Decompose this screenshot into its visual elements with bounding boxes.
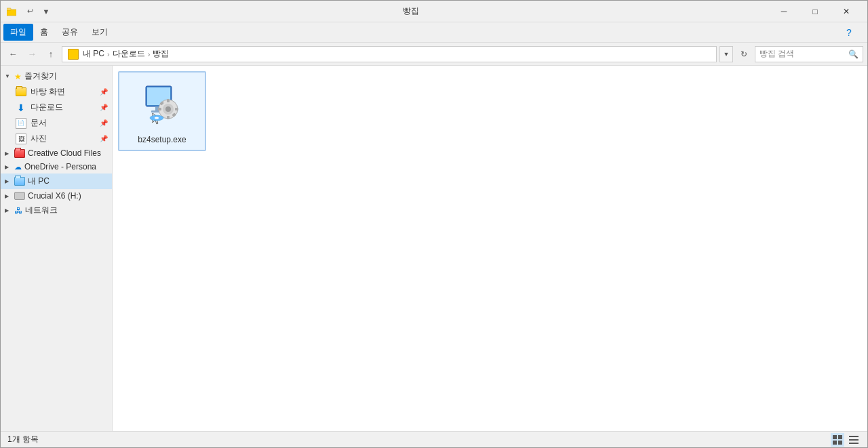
- downloads-label: 다운로드: [31, 102, 63, 113]
- sidebar-section-creativecloud[interactable]: ▶ Creative Cloud Files: [1, 146, 112, 160]
- svg-rect-1: [7, 8, 11, 10]
- svg-rect-23: [849, 439, 859, 441]
- addressbar: ← → ↑ 내 PC › 다운로드 › 빵집 ▼ ↻ 빵집 검색 🔍: [1, 43, 867, 66]
- search-box[interactable]: 빵집 검색 🔍: [755, 46, 863, 62]
- refresh-button[interactable]: ↻: [736, 46, 752, 62]
- window-controls: ─ □ ✕: [768, 1, 862, 22]
- help-button[interactable]: ?: [833, 22, 865, 43]
- quick-access-toolbar: ↩ ▼: [22, 4, 54, 19]
- breadcrumb-sep-2: ›: [148, 50, 151, 58]
- search-label: 빵집 검색: [760, 48, 794, 60]
- view-grid-button[interactable]: [831, 433, 844, 447]
- mypc-chevron: ▶: [5, 178, 12, 184]
- svg-rect-12: [175, 108, 178, 110]
- network-chevron: ▶: [5, 207, 12, 213]
- star-icon: ★: [14, 72, 22, 81]
- onedrive-icon: ☁: [14, 163, 22, 171]
- sidebar-section-onedrive[interactable]: ▶ ☁ OneDrive - Persona: [1, 160, 112, 174]
- menu-file[interactable]: 파일: [3, 24, 33, 41]
- explorer-window: ↩ ▼ 빵집 ─ □ ✕ 파일 홈 공유 보기 ? ← → ↑ 내 PC › 다…: [0, 0, 868, 448]
- sidebar-section-crucial[interactable]: ▶ Crucial X6 (H:): [1, 189, 112, 203]
- maximize-button[interactable]: □: [800, 1, 831, 22]
- creativecloud-label: Creative Cloud Files: [28, 148, 101, 158]
- downloads-icon: ⬇: [16, 102, 26, 113]
- file-icon-bz4setup: [135, 78, 189, 132]
- pin-icon-pictures: 📌: [100, 135, 108, 142]
- hdd-icon: [14, 192, 25, 200]
- sidebar-item-pictures[interactable]: 🖼 사진 📌: [1, 131, 112, 146]
- svg-rect-9: [167, 99, 170, 102]
- address-path[interactable]: 내 PC › 다운로드 › 빵집: [62, 46, 717, 62]
- search-icon: 🔍: [848, 49, 859, 59]
- documents-label: 문서: [31, 117, 47, 129]
- svg-rect-11: [158, 108, 161, 110]
- sidebar-item-desktop[interactable]: 바탕 화면 📌: [1, 84, 112, 100]
- mypc-folder-icon: [14, 177, 25, 186]
- main-layout: ▼ ★ 즐겨찾기 바탕 화면 📌 ⬇ 다운로드 📌 📄 문서 📌 🖼: [1, 66, 867, 431]
- file-grid: bz4setup.exe: [118, 71, 862, 151]
- menu-view[interactable]: 보기: [85, 24, 115, 41]
- pin-icon-desktop: 📌: [100, 88, 108, 96]
- statusbar: 1개 항목: [1, 431, 867, 447]
- sidebar-section-network[interactable]: ▶ 🖧 네트워크: [1, 203, 112, 218]
- crucial-chevron: ▶: [5, 193, 12, 199]
- svg-rect-19: [838, 435, 842, 439]
- desktop-label: 바탕 화면: [31, 86, 65, 98]
- desktop-folder-icon: [16, 87, 26, 96]
- qat-undo[interactable]: ↩: [22, 4, 37, 19]
- minimize-button[interactable]: ─: [768, 1, 800, 22]
- breadcrumb-mypc[interactable]: 내 PC: [83, 48, 104, 60]
- breadcrumb-current[interactable]: 빵집: [153, 48, 169, 60]
- status-count: 1개 항목: [7, 434, 39, 445]
- path-folder-icon: [68, 49, 79, 60]
- forward-button[interactable]: →: [24, 46, 40, 62]
- titlebar: ↩ ▼ 빵집 ─ □ ✕: [1, 1, 867, 22]
- network-icon: 🖧: [14, 206, 22, 216]
- svg-point-17: [155, 117, 159, 119]
- svg-rect-22: [849, 436, 859, 437]
- onedrive-label: OneDrive - Persona: [24, 162, 96, 171]
- sidebar-section-quickaccess[interactable]: ▼ ★ 즐겨찾기: [1, 68, 112, 84]
- quickaccess-label: 즐겨찾기: [24, 70, 57, 82]
- menubar: 파일 홈 공유 보기 ?: [1, 22, 867, 43]
- window-folder-icon: [6, 6, 17, 17]
- creativecloud-chevron: ▶: [5, 150, 12, 157]
- sidebar-item-documents[interactable]: 📄 문서 📌: [1, 115, 112, 131]
- mypc-label: 내 PC: [28, 176, 50, 187]
- svg-point-8: [165, 106, 171, 112]
- quickaccess-chevron: ▼: [5, 73, 12, 79]
- svg-rect-20: [833, 441, 837, 445]
- svg-rect-21: [838, 441, 842, 445]
- pin-icon-downloads: 📌: [100, 104, 108, 111]
- sidebar: ▼ ★ 즐겨찾기 바탕 화면 📌 ⬇ 다운로드 📌 📄 문서 📌 🖼: [1, 66, 113, 431]
- window-title: 빵집: [54, 5, 768, 17]
- pictures-label: 사진: [31, 133, 47, 144]
- svg-rect-0: [7, 9, 16, 16]
- view-list-button[interactable]: [847, 433, 861, 447]
- titlebar-icons: [6, 6, 17, 17]
- up-button[interactable]: ↑: [43, 46, 59, 62]
- back-button[interactable]: ←: [5, 46, 21, 62]
- close-button[interactable]: ✕: [831, 1, 862, 22]
- cc-folder-icon: [14, 149, 25, 158]
- menu-home[interactable]: 홈: [33, 24, 55, 41]
- crucial-label: Crucial X6 (H:): [28, 191, 81, 201]
- breadcrumb-downloads[interactable]: 다운로드: [113, 48, 145, 60]
- documents-icon: 📄: [16, 118, 26, 129]
- sidebar-item-downloads[interactable]: ⬇ 다운로드 📌: [1, 100, 112, 115]
- file-name-bz4setup: bz4setup.exe: [138, 135, 186, 144]
- sidebar-section-mypc[interactable]: ▶ 내 PC: [1, 174, 112, 189]
- statusbar-right: [831, 433, 861, 447]
- svg-rect-18: [833, 435, 837, 439]
- breadcrumb-sep-1: ›: [107, 50, 110, 58]
- pin-icon-documents: 📌: [100, 119, 108, 127]
- file-item-bz4setup[interactable]: bz4setup.exe: [118, 71, 206, 151]
- address-dropdown[interactable]: ▼: [719, 46, 733, 62]
- network-label: 네트워크: [25, 205, 58, 216]
- onedrive-chevron: ▶: [5, 164, 12, 170]
- qat-dropdown[interactable]: ▼: [39, 4, 54, 19]
- svg-rect-10: [167, 116, 170, 119]
- menu-share[interactable]: 공유: [55, 24, 85, 41]
- svg-rect-24: [849, 443, 859, 444]
- content-area: bz4setup.exe: [113, 66, 867, 431]
